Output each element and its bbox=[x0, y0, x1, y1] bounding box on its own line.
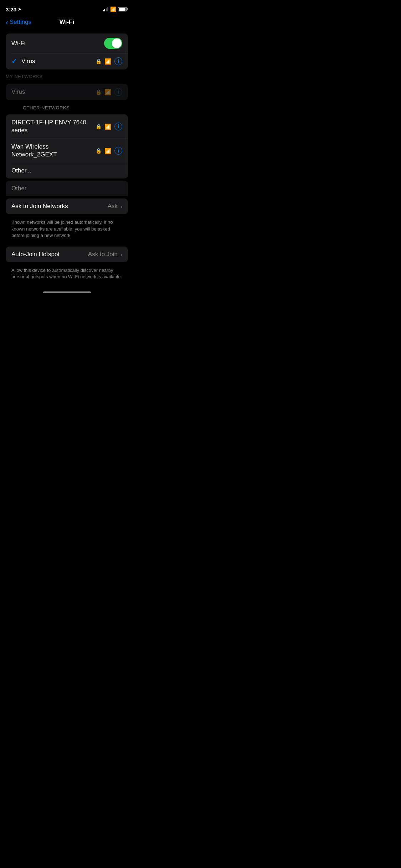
signal-bars-icon bbox=[103, 7, 109, 11]
auto-join-hotspot-value: Ask to Join bbox=[88, 251, 118, 258]
home-bar bbox=[43, 291, 91, 293]
back-button[interactable]: ‹ Settings bbox=[6, 19, 31, 26]
lock-icon-0: 🔒 bbox=[96, 124, 102, 129]
connected-network-label: Virus bbox=[21, 58, 35, 65]
network-row-0[interactable]: DIRECT-1F-HP ENVY 7640 series 🔒 📶 i bbox=[6, 114, 128, 139]
status-icons: 📶 bbox=[103, 6, 128, 12]
back-chevron-icon: ‹ bbox=[6, 19, 8, 26]
lock-icon: 🔒 bbox=[96, 58, 102, 64]
other-networks-card: DIRECT-1F-HP ENVY 7640 series 🔒 📶 i Wan … bbox=[6, 114, 128, 179]
ghost-virus-label: Virus bbox=[11, 88, 25, 95]
connected-network-row[interactable]: ✓ Virus 🔒 📶 i bbox=[6, 53, 128, 69]
nav-header: ‹ Settings Wi-Fi bbox=[0, 16, 134, 31]
auto-join-chevron-icon: › bbox=[120, 251, 122, 257]
status-time: 3:23 ➤ bbox=[6, 6, 21, 12]
network-row-1[interactable]: Wan Wireless Network_2GEXT 🔒 📶 i bbox=[6, 139, 128, 163]
my-networks-label: MY NETWORKS bbox=[6, 74, 43, 79]
ask-to-join-card: Ask to Join Networks Ask › bbox=[6, 198, 128, 214]
ask-to-join-description: Known networks will be joined automatica… bbox=[0, 216, 134, 244]
my-networks-ghost-card: Virus 🔒 📶 i bbox=[6, 84, 128, 100]
auto-join-hotspot-row[interactable]: Auto-Join Hotspot Ask to Join › bbox=[6, 247, 128, 262]
wifi-signal-icon: 📶 bbox=[104, 58, 112, 65]
auto-join-description: Allow this device to automatically disco… bbox=[0, 264, 134, 286]
back-label: Settings bbox=[10, 19, 31, 26]
home-indicator bbox=[0, 289, 134, 295]
location-icon: ➤ bbox=[18, 7, 21, 12]
network-name-1: Wan Wireless Network_2GEXT bbox=[11, 143, 96, 159]
ask-to-join-row[interactable]: Ask to Join Networks Ask › bbox=[6, 198, 128, 214]
page-title: Wi-Fi bbox=[60, 19, 74, 26]
network-name-0: DIRECT-1F-HP ENVY 7640 series bbox=[11, 119, 96, 134]
wifi-icon-0: 📶 bbox=[104, 123, 112, 130]
info-button-1[interactable]: i bbox=[114, 147, 122, 155]
auto-join-hotspot-label: Auto-Join Hotspot bbox=[11, 251, 60, 258]
ask-to-join-label: Ask to Join Networks bbox=[11, 203, 68, 210]
battery-icon bbox=[118, 7, 128, 11]
ghost-other-label: Other bbox=[11, 185, 27, 192]
lock-icon-1: 🔒 bbox=[96, 148, 102, 154]
network-name-other: Other... bbox=[11, 167, 31, 174]
wifi-status-icon: 📶 bbox=[110, 6, 116, 12]
wifi-toggle-label: Wi-Fi bbox=[11, 40, 26, 47]
wifi-toggle-switch[interactable] bbox=[104, 38, 122, 49]
ghost-other-card: Other bbox=[6, 181, 128, 196]
wifi-toggle-row[interactable]: Wi-Fi bbox=[6, 33, 128, 53]
ghost-virus-row: Virus 🔒 📶 i bbox=[6, 84, 128, 100]
status-bar: 3:23 ➤ 📶 bbox=[0, 0, 134, 16]
wifi-toggle-card: Wi-Fi ✓ Virus 🔒 📶 i bbox=[6, 33, 128, 69]
toggle-knob bbox=[112, 38, 122, 48]
network-row-other[interactable]: Other... bbox=[6, 163, 128, 179]
connected-checkmark-icon: ✓ bbox=[11, 57, 19, 65]
ask-to-join-chevron-icon: › bbox=[120, 203, 122, 210]
wifi-icon-1: 📶 bbox=[104, 148, 112, 154]
info-button-0[interactable]: i bbox=[114, 123, 122, 130]
other-networks-label: OTHER NETWORKS bbox=[11, 104, 81, 112]
ghost-other-row: Other bbox=[6, 181, 128, 196]
auto-join-hotspot-card: Auto-Join Hotspot Ask to Join › bbox=[6, 247, 128, 262]
network-info-button[interactable]: i bbox=[114, 57, 122, 65]
my-networks-section: MY NETWORKS bbox=[0, 72, 134, 82]
ghost-info-button: i bbox=[114, 88, 122, 96]
other-networks-section-label: OTHER NETWORKS bbox=[0, 102, 134, 112]
ask-to-join-value: Ask bbox=[108, 203, 118, 210]
ghost-lock-icon: 🔒 bbox=[96, 89, 102, 95]
ghost-wifi-icon: 📶 bbox=[104, 89, 112, 95]
